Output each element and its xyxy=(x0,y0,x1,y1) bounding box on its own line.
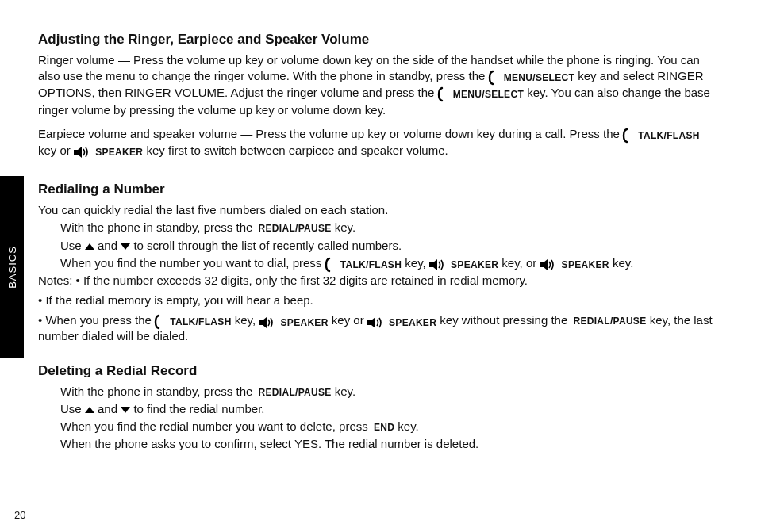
text: key or xyxy=(38,144,71,157)
text: key. xyxy=(613,256,633,270)
up-arrow-icon xyxy=(85,402,94,415)
speaker-key: SPEAKER xyxy=(367,315,436,328)
manual-page: BASICS Adjusting the Ringer, Earpiece an… xyxy=(0,0,757,532)
key-label: SPEAKER xyxy=(451,258,498,271)
text: • If the redial memory is empty, you wil… xyxy=(38,293,313,307)
key-label: REDIAL/PAUSE xyxy=(259,386,332,399)
menu-select-key: MENU/SELECT xyxy=(489,69,574,85)
svg-rect-3 xyxy=(259,320,263,325)
handset-icon xyxy=(325,258,335,272)
text: When you find the number you want to dia… xyxy=(60,256,321,270)
text: key. xyxy=(335,220,355,234)
speaker-key: SPEAKER xyxy=(540,256,609,272)
key-label: MENU/SELECT xyxy=(504,71,574,84)
text: key or xyxy=(332,313,364,327)
notes-label: Notes: xyxy=(38,274,72,287)
down-arrow-icon xyxy=(121,402,130,415)
speaker-icon xyxy=(259,317,275,328)
key-label: TALK/FLASH xyxy=(638,129,699,142)
up-arrow-icon xyxy=(85,239,94,252)
key-label: REDIAL/PAUSE xyxy=(573,316,646,327)
text: • When you press the xyxy=(38,313,152,327)
talk-flash-key: TALK/FLASH xyxy=(623,127,700,143)
ringer-volume-paragraph: Ringer volume — Press the volume up key … xyxy=(38,52,719,118)
redial-step-1: With the phone in standby, press the RED… xyxy=(60,220,719,235)
key-icon xyxy=(438,87,448,101)
speaker-icon xyxy=(74,147,90,158)
svg-rect-2 xyxy=(540,262,544,267)
redial-step-3: When you find the number you want to dia… xyxy=(60,255,719,272)
delete-step-4: When the phone asks you to confirm, sele… xyxy=(60,436,719,452)
side-tab-label: BASICS xyxy=(6,246,18,289)
side-tab: BASICS xyxy=(0,176,24,358)
svg-rect-1 xyxy=(429,262,433,267)
text: key, xyxy=(235,313,256,327)
key-label: END xyxy=(374,421,394,434)
menu-select-key: MENU/SELECT xyxy=(438,86,524,101)
text: key, or xyxy=(501,256,536,270)
key-icon xyxy=(489,71,498,85)
note-2: • If the redial memory is empty, you wil… xyxy=(38,293,719,307)
key-label: TALK/FLASH xyxy=(340,258,402,271)
talk-flash-key: TALK/FLASH xyxy=(325,256,402,272)
key-label: SPEAKER xyxy=(95,146,143,159)
delete-step-1: With the phone in standby, press the RED… xyxy=(60,384,719,400)
page-number: 20 xyxy=(14,509,25,521)
handset-icon xyxy=(155,315,164,329)
speaker-icon xyxy=(429,259,445,270)
speaker-icon xyxy=(540,259,555,270)
notes-line-1: Notes: • If the number exceeds 32 digits… xyxy=(38,274,719,287)
text: With the phone in standby, press the xyxy=(60,385,252,398)
text: With the phone in standby, press the xyxy=(60,220,252,234)
key-label: TALK/FLASH xyxy=(170,316,231,327)
text: to scroll through the list of recently c… xyxy=(133,239,402,252)
text: and xyxy=(98,239,117,252)
text: to find the redial number. xyxy=(133,402,264,415)
redial-intro: You can quickly redial the last five num… xyxy=(38,202,719,218)
key-label: SPEAKER xyxy=(281,317,329,328)
delete-step-2: Use and to find the redial number. xyxy=(60,401,719,417)
heading-call-options: Adjusting the Ringer, Earpiece and Speak… xyxy=(38,32,719,48)
speaker-key: SPEAKER xyxy=(74,144,143,159)
heading-delete: Deleting a Redial Record xyxy=(38,363,719,379)
key-label: SPEAKER xyxy=(389,317,436,328)
text: When you find the redial number you want… xyxy=(60,419,368,433)
text: key, xyxy=(405,256,425,270)
svg-rect-0 xyxy=(74,150,78,155)
key-label: MENU/SELECT xyxy=(453,88,524,101)
speaker-icon xyxy=(367,317,383,328)
text: and xyxy=(98,402,117,415)
text: key without pressing the xyxy=(440,313,567,327)
svg-rect-4 xyxy=(367,320,371,325)
talk-flash-key: TALK/FLASH xyxy=(155,314,232,329)
heading-redial: Redialing a Number xyxy=(38,182,719,197)
text: key. xyxy=(398,419,418,433)
speaker-key: SPEAKER xyxy=(429,256,498,272)
text: key first to switch between earpiece and… xyxy=(147,144,448,157)
key-label: REDIAL/PAUSE xyxy=(259,222,332,235)
delete-step-3: When you find the redial number you want… xyxy=(60,419,719,434)
note-3: • When you press the TALK/FLASH key, SPE… xyxy=(38,313,719,343)
text: Earpiece volume and speaker volume — Pre… xyxy=(38,127,620,140)
text: Use xyxy=(60,239,82,252)
text: key. xyxy=(335,385,355,398)
handset-icon xyxy=(623,128,632,143)
speaker-key: SPEAKER xyxy=(259,315,328,328)
key-label: SPEAKER xyxy=(562,258,609,271)
note-1: • If the number exceeds 32 digits, only … xyxy=(76,274,528,287)
down-arrow-icon xyxy=(121,239,130,252)
text: Use xyxy=(60,402,82,415)
earpiece-speaker-paragraph: Earpiece volume and speaker volume — Pre… xyxy=(38,126,719,159)
redial-step-2: Use and to scroll through the list of re… xyxy=(60,238,719,254)
